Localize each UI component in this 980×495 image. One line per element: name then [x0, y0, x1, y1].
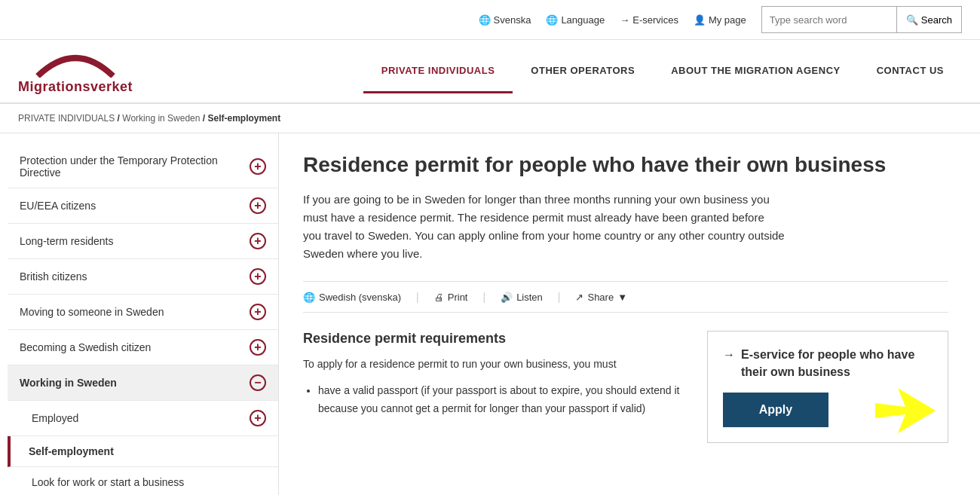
search-area: 🔍 Search	[761, 6, 962, 33]
sidebar-item-moving[interactable]: Moving to someone in Sweden +	[8, 295, 278, 330]
search-btn-label: Search	[921, 14, 952, 26]
page-intro: If you are going to be in Sweden for lon…	[303, 191, 786, 263]
separator: |	[416, 291, 419, 303]
eservice-title-text: E-service for people who have their own …	[741, 347, 933, 380]
arrow-icon: →	[723, 347, 735, 363]
sidebar-item-longterm[interactable]: Long-term residents +	[8, 224, 278, 259]
sidebar-item-label: Long-term residents	[20, 235, 114, 247]
swedish-label: Swedish (svenska)	[319, 292, 401, 303]
plus-icon: +	[250, 158, 266, 175]
person-icon: 👤	[694, 14, 706, 26]
chevron-down-icon: ▼	[617, 292, 627, 303]
sidebar-item-lookforwork[interactable]: Look for work or start a business	[8, 467, 278, 495]
sidebar-item-label: Look for work or start a business	[32, 476, 184, 488]
minus-icon: −	[250, 374, 266, 391]
logo-text: Migrationsverket	[18, 79, 133, 95]
listen-link[interactable]: Listen	[501, 292, 543, 303]
logo-arch-svg	[30, 47, 121, 78]
action-bar: Swedish (svenska) | Print | Listen | Sha…	[303, 281, 948, 313]
sidebar-item-eueea[interactable]: EU/EEA citizens +	[8, 188, 278, 224]
breadcrumb-part2[interactable]: Working in Sweden	[122, 113, 200, 124]
requirements-title: Residence permit requirements	[303, 331, 689, 347]
requirements-list: have a valid passport (if your passport …	[303, 382, 689, 418]
mypage-label: My page	[709, 14, 746, 26]
eservices-label: E-services	[632, 14, 678, 26]
plus-icon: +	[250, 268, 266, 285]
nav-private-individuals[interactable]: PRIVATE INDIVIDUALS	[363, 50, 513, 93]
yellow-arrow-annotation	[875, 388, 936, 433]
apply-button[interactable]: Apply	[723, 393, 828, 427]
sidebar-item-employed[interactable]: Employed +	[8, 401, 278, 436]
top-utility-bar: Svenska Language → E-services 👤 My page …	[0, 0, 980, 40]
search-icon: 🔍	[906, 14, 918, 26]
globe-icon-svenska	[479, 14, 491, 26]
share-label: Share	[587, 292, 614, 303]
logo-link[interactable]: Migrationsverket	[18, 40, 133, 102]
separator: |	[558, 291, 561, 303]
print-icon	[434, 292, 444, 303]
sidebar-item-label: Becoming a Swedish citizen	[20, 341, 151, 353]
sidebar-item-label: Self-employment	[29, 445, 114, 457]
plus-icon: +	[250, 339, 266, 356]
sidebar-item-label: British citizens	[20, 270, 87, 283]
globe-icon	[303, 292, 315, 303]
list-item: have a valid passport (if your passport …	[318, 382, 689, 418]
share-icon	[575, 292, 583, 303]
sidebar-item-label: Protection under the Temporary Protectio…	[20, 154, 250, 179]
search-input[interactable]	[761, 6, 897, 33]
nav-about-agency[interactable]: ABOUT THE MIGRATION AGENCY	[653, 50, 859, 93]
globe-icon-language	[546, 14, 558, 26]
eservice-card: → E-service for people who have their ow…	[707, 331, 948, 443]
breadcrumb-current: Self-employment	[207, 113, 280, 124]
sidebar-item-working[interactable]: Working in Sweden −	[8, 365, 278, 401]
header: Migrationsverket PRIVATE INDIVIDUALS OTH…	[0, 40, 980, 104]
share-link[interactable]: Share ▼	[575, 292, 627, 303]
plus-icon: +	[250, 304, 266, 320]
breadcrumb-part1[interactable]: PRIVATE INDIVIDUALS	[18, 113, 115, 124]
sidebar-item-british[interactable]: British citizens +	[8, 259, 278, 295]
svenska-link[interactable]: Svenska	[479, 14, 531, 26]
sidebar-item-protection[interactable]: Protection under the Temporary Protectio…	[8, 145, 278, 188]
sidebar-item-citizen[interactable]: Becoming a Swedish citizen +	[8, 330, 278, 365]
language-label: Language	[561, 14, 605, 26]
eservice-card-area: → E-service for people who have their ow…	[707, 331, 948, 443]
sidebar-item-label: Moving to someone in Sweden	[20, 306, 164, 318]
page-title: Residence permit for people who have the…	[303, 151, 948, 179]
sidebar-item-selfemployment[interactable]: Self-employment	[8, 436, 278, 467]
nav-contact[interactable]: CONTACT US	[859, 50, 962, 93]
search-button[interactable]: 🔍 Search	[897, 6, 962, 33]
arrow-icon-eservices: →	[620, 14, 629, 26]
breadcrumb: PRIVATE INDIVIDUALS / Working in Sweden …	[0, 104, 980, 133]
listen-label: Listen	[516, 292, 543, 303]
main-layout: Protection under the Temporary Protectio…	[8, 133, 972, 495]
plus-icon: +	[250, 410, 266, 426]
content-main: Residence permit requirements To apply f…	[303, 331, 689, 443]
print-label: Print	[448, 292, 468, 303]
listen-icon	[501, 292, 513, 303]
language-link[interactable]: Language	[546, 14, 605, 26]
eservice-title: → E-service for people who have their ow…	[723, 347, 933, 380]
nav-other-operators[interactable]: OTHER OPERATORS	[513, 50, 653, 93]
requirements-intro: To apply for a residence permit to run y…	[303, 356, 689, 372]
sidebar-item-label: Working in Sweden	[20, 377, 117, 389]
eservices-link[interactable]: → E-services	[620, 14, 678, 26]
plus-icon: +	[250, 197, 266, 214]
header-top: Migrationsverket PRIVATE INDIVIDUALS OTH…	[0, 40, 980, 102]
main-navigation: PRIVATE INDIVIDUALS OTHER OPERATORS ABOU…	[363, 50, 962, 93]
sidebar-item-label: EU/EEA citizens	[20, 200, 96, 212]
print-link[interactable]: Print	[434, 292, 468, 303]
svg-marker-0	[875, 388, 936, 433]
separator: |	[482, 291, 485, 303]
svenska-label: Svenska	[494, 14, 531, 26]
content-columns: Residence permit requirements To apply f…	[303, 331, 948, 443]
swedish-link[interactable]: Swedish (svenska)	[303, 292, 401, 303]
sidebar: Protection under the Temporary Protectio…	[8, 133, 279, 495]
sidebar-item-label: Employed	[32, 412, 78, 424]
mypage-link[interactable]: 👤 My page	[694, 14, 746, 26]
plus-icon: +	[250, 233, 266, 249]
main-content: Residence permit for people who have the…	[279, 133, 972, 495]
